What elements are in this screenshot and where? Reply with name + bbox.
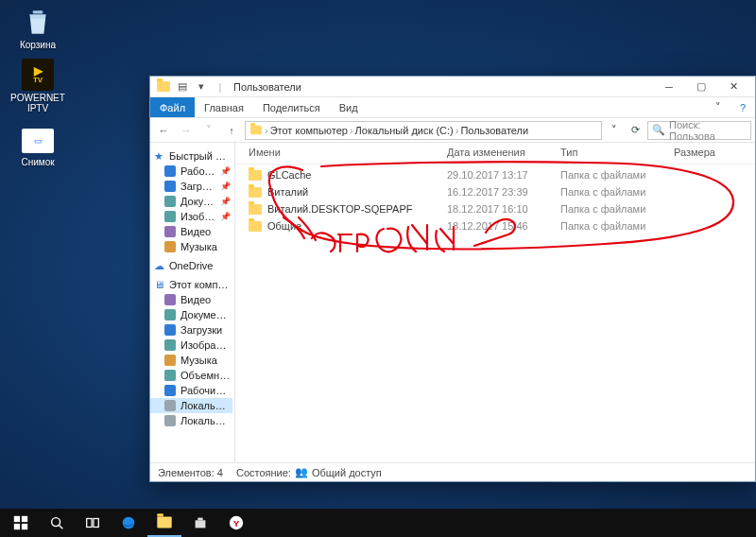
- tree-item[interactable]: Видео: [150, 224, 232, 239]
- tab-share[interactable]: Поделиться: [253, 97, 330, 117]
- search-placeholder: Поиск: Пользова: [669, 119, 747, 142]
- svg-rect-11: [198, 518, 202, 521]
- status-count: Элементов: 4: [158, 467, 223, 478]
- refresh-icon[interactable]: ⟳: [627, 122, 644, 139]
- desktop-icon-snapshot[interactable]: ▭ Снимок: [9, 123, 66, 167]
- svg-text:Y: Y: [233, 518, 240, 528]
- taskbar-yandex-icon[interactable]: Y: [219, 509, 253, 537]
- ribbon-expand-icon[interactable]: ˅: [706, 97, 730, 117]
- desktop-icon-iptv[interactable]: ▶TV POWERNET IPTV: [9, 59, 66, 113]
- tree-item[interactable]: Рабочий стол📌: [150, 164, 232, 179]
- address-bar: ← → ˅ ↑ › Этот компьютер › Локальный дис…: [150, 118, 755, 143]
- window-title: Пользователи: [233, 81, 647, 93]
- share-icon: 👥: [295, 466, 308, 479]
- qat-dropdown-icon[interactable]: ▾: [194, 79, 209, 95]
- maximize-button[interactable]: ▢: [685, 77, 717, 97]
- search-input[interactable]: 🔍 Поиск: Пользова: [647, 121, 751, 140]
- pin-icon: 📌: [220, 212, 231, 221]
- start-button[interactable]: [4, 509, 38, 537]
- svg-rect-3: [14, 524, 20, 529]
- file-row[interactable]: Виталий16.12.2017 23:39Папка с файлами: [249, 183, 755, 200]
- ribbon-tabs: Файл Главная Поделиться Вид ˅ ?: [150, 97, 755, 118]
- col-type[interactable]: Тип: [560, 147, 674, 158]
- tree-item[interactable]: Объемные объекты: [150, 368, 232, 383]
- tab-file[interactable]: Файл: [150, 97, 195, 117]
- tree-item[interactable]: Изображения📌: [150, 209, 232, 224]
- crumb-users[interactable]: Пользователи: [460, 125, 528, 136]
- tree-item[interactable]: Локальный диск: [150, 413, 232, 428]
- status-state-value: Общий доступ: [312, 467, 382, 478]
- qat-properties-icon[interactable]: ▤: [175, 79, 190, 95]
- snapshot-label: Снимок: [9, 157, 66, 167]
- cloud-icon: ☁: [152, 259, 165, 272]
- folder-icon: [249, 187, 262, 198]
- folder-icon: [249, 204, 262, 215]
- file-row[interactable]: GLCache29.10.2017 13:17Папка с файлами: [249, 166, 755, 183]
- svg-rect-4: [22, 524, 27, 529]
- nav-up-button[interactable]: ↑: [222, 121, 241, 140]
- file-row[interactable]: Общие18.12.2017 15:46Папка с файлами: [249, 217, 755, 234]
- task-view-icon[interactable]: [76, 509, 110, 537]
- svg-rect-0: [33, 10, 43, 13]
- svg-point-5: [52, 518, 60, 527]
- taskbar: Y: [0, 509, 756, 537]
- nav-forward-button[interactable]: →: [177, 121, 196, 140]
- taskbar-edge-icon[interactable]: [112, 509, 146, 537]
- address-dropdown-icon[interactable]: ˅: [606, 122, 623, 139]
- folder-icon: [156, 79, 171, 95]
- desktop-icon-recycle-bin[interactable]: Корзина: [9, 6, 66, 50]
- svg-rect-8: [94, 519, 98, 528]
- tree-item[interactable]: Локальный диск: [150, 398, 232, 413]
- tree-item[interactable]: Видео: [150, 292, 232, 307]
- tree-item[interactable]: Музыка: [150, 239, 232, 254]
- nav-tree[interactable]: ★Быстрый доступ Рабочий стол📌Загрузки📌До…: [150, 143, 235, 462]
- svg-line-6: [60, 526, 63, 529]
- titlebar-separator: |: [213, 79, 228, 95]
- status-state-label: Состояние:: [236, 467, 291, 478]
- close-button[interactable]: ✕: [717, 77, 749, 97]
- star-icon: ★: [152, 149, 165, 163]
- col-name[interactable]: Имени: [249, 147, 447, 158]
- tree-item[interactable]: Музыка: [150, 353, 232, 368]
- svg-rect-7: [87, 519, 92, 528]
- column-headers[interactable]: Имени Дата изменения Тип Размера: [235, 143, 755, 165]
- minimize-button[interactable]: ─: [653, 77, 685, 97]
- search-icon: 🔍: [652, 124, 665, 136]
- pin-icon: 📌: [220, 197, 231, 206]
- help-icon[interactable]: ?: [730, 97, 755, 117]
- tree-quick-access[interactable]: ★Быстрый доступ: [150, 148, 232, 164]
- col-size[interactable]: Размера: [674, 147, 749, 158]
- file-row[interactable]: Виталий.DESKTOP-SQEPAPF18.12.2017 16:10П…: [249, 200, 755, 217]
- tree-item[interactable]: Рабочий стол: [150, 383, 232, 398]
- taskbar-store-icon[interactable]: [183, 509, 217, 537]
- tree-item[interactable]: Документы: [150, 307, 232, 322]
- taskbar-explorer-icon[interactable]: [147, 509, 181, 537]
- tree-item[interactable]: Изображения: [150, 338, 232, 353]
- tree-this-pc[interactable]: 🖥Этот компьютер: [150, 277, 232, 292]
- pin-icon: 📌: [220, 182, 231, 191]
- iptv-icon: ▶TV: [22, 59, 54, 91]
- tree-item[interactable]: Загрузки: [150, 322, 232, 338]
- titlebar[interactable]: ▤ ▾ | Пользователи ─ ▢ ✕: [150, 77, 755, 97]
- snapshot-icon: ▭: [22, 123, 54, 155]
- col-date[interactable]: Дата изменения: [447, 147, 560, 158]
- tree-item[interactable]: Загрузки📌: [150, 179, 232, 194]
- recycle-bin-label: Корзина: [9, 40, 66, 50]
- nav-recent-button[interactable]: ˅: [199, 121, 218, 140]
- tree-item[interactable]: Документы📌: [150, 194, 232, 209]
- taskbar-search-icon[interactable]: [40, 509, 74, 537]
- tab-view[interactable]: Вид: [330, 97, 368, 117]
- nav-back-button[interactable]: ←: [154, 121, 173, 140]
- svg-rect-2: [22, 516, 27, 522]
- crumb-pc[interactable]: Этот компьютер: [270, 125, 348, 136]
- svg-rect-1: [14, 516, 20, 522]
- crumb-disk[interactable]: Локальный диск (C:): [355, 125, 454, 136]
- svg-point-9: [123, 517, 135, 529]
- explorer-window: ▤ ▾ | Пользователи ─ ▢ ✕ Файл Главная По…: [149, 76, 756, 482]
- breadcrumb[interactable]: › Этот компьютер › Локальный диск (C:) ›…: [245, 121, 602, 140]
- tab-home[interactable]: Главная: [195, 97, 253, 117]
- pin-icon: 📌: [220, 166, 231, 176]
- pc-icon: 🖥: [152, 278, 165, 291]
- folder-icon: [250, 126, 262, 134]
- tree-onedrive[interactable]: ☁OneDrive: [150, 258, 232, 273]
